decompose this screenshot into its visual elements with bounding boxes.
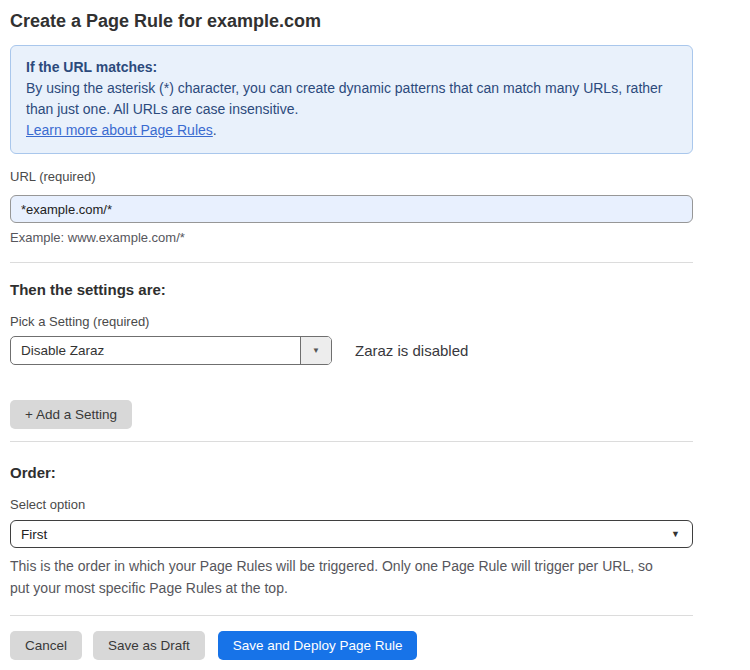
divider [10,262,693,263]
chevron-down-icon: ▼ [671,529,680,539]
order-select-label: Select option [10,497,693,512]
url-field-label: URL (required) [10,169,693,184]
url-example-text: Example: www.example.com/* [10,230,693,246]
url-input[interactable] [10,195,693,223]
learn-more-link[interactable]: Learn more about Page Rules [26,122,213,138]
cancel-button[interactable]: Cancel [10,631,82,660]
setting-status-text: Zaraz is disabled [355,342,468,359]
setting-picker-label: Pick a Setting (required) [10,314,693,329]
save-and-deploy-button[interactable]: Save and Deploy Page Rule [218,631,418,660]
order-section-heading: Order: [10,464,693,482]
setting-picker-row: Disable Zaraz ▼ Zaraz is disabled [10,336,693,365]
divider [10,441,693,442]
page-rule-form: Create a Page Rule for example.com If th… [10,0,693,660]
settings-section-heading: Then the settings are: [10,281,693,299]
chevron-down-icon: ▼ [312,346,320,355]
link-suffix: . [213,122,217,138]
order-select-value: First [21,527,47,542]
divider [10,615,693,616]
page-title: Create a Page Rule for example.com [10,10,693,32]
info-box-body: By using the asterisk (*) character, you… [26,78,666,120]
form-actions: Cancel Save as Draft Save and Deploy Pag… [10,631,693,660]
order-select[interactable]: First ▼ [10,520,693,548]
setting-select-arrow-button[interactable]: ▼ [300,337,331,364]
setting-select-value: Disable Zaraz [11,337,300,364]
info-box-heading: If the URL matches: [26,57,677,78]
order-helper-text: This is the order in which your Page Rul… [10,555,670,599]
setting-select[interactable]: Disable Zaraz ▼ [10,336,332,365]
url-match-info-box: If the URL matches: By using the asteris… [10,45,693,154]
save-as-draft-button[interactable]: Save as Draft [93,631,205,660]
info-box-link-line: Learn more about Page Rules. [26,120,677,141]
add-setting-button[interactable]: + Add a Setting [10,400,132,429]
